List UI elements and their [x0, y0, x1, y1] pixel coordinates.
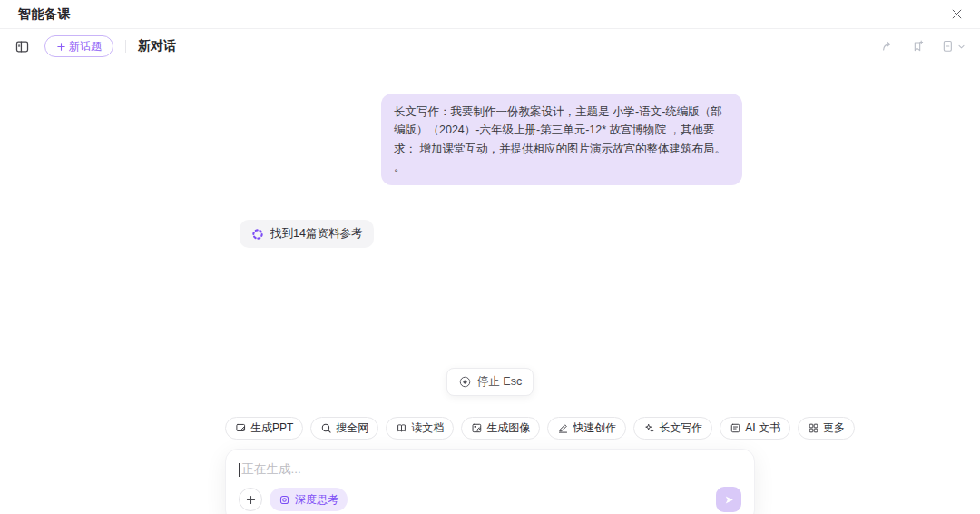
- action-web-search[interactable]: 搜全网: [310, 417, 378, 440]
- plus-icon: [245, 494, 257, 506]
- bookmark-button[interactable]: [909, 37, 927, 55]
- conversation-title: 新对话: [138, 38, 176, 54]
- input-placeholder: 正在生成...: [242, 461, 301, 478]
- send-button[interactable]: [716, 487, 741, 512]
- share-icon: [881, 39, 896, 54]
- sparkle-icon: [643, 422, 655, 434]
- stop-label: 停止 Esc: [477, 374, 522, 390]
- ai-doc-icon: [730, 422, 741, 434]
- action-generate-ppt[interactable]: 生成PPT: [225, 417, 303, 440]
- close-button[interactable]: [948, 5, 965, 23]
- plus-icon: [56, 42, 66, 52]
- app-header: 智能备课: [0, 0, 980, 29]
- grid-icon: [808, 422, 819, 434]
- share-button[interactable]: [879, 37, 897, 55]
- user-message-bubble: 长文写作：我要制作一份教案设计，主题是 小学-语文-统编版（部编版）（2024）…: [381, 94, 742, 185]
- stop-generation-button[interactable]: 停止 Esc: [446, 368, 534, 396]
- reference-status-label: 找到14篇资料参考: [270, 226, 362, 242]
- new-topic-button[interactable]: 新话题: [44, 35, 113, 57]
- reference-status-chip[interactable]: 找到14篇资料参考: [240, 220, 374, 248]
- image-icon: [471, 422, 483, 434]
- deep-think-icon: [279, 494, 290, 506]
- sidebar-toggle-button[interactable]: [13, 37, 32, 56]
- pen-icon: [557, 422, 569, 434]
- action-quick-create[interactable]: 快速创作: [547, 417, 626, 440]
- action-ai-document[interactable]: AI 文书: [720, 417, 790, 440]
- new-topic-label: 新话题: [69, 39, 102, 54]
- read-doc-icon: [396, 422, 407, 434]
- stop-record-icon: [458, 375, 472, 389]
- send-icon: [722, 493, 736, 507]
- close-icon: [950, 7, 964, 21]
- quick-actions-bar: 生成PPT 搜全网 读文档 生成图像 快速创作: [225, 417, 755, 440]
- text-caret: [239, 463, 240, 477]
- page-title: 智能备课: [18, 6, 71, 23]
- action-read-doc[interactable]: 读文档: [386, 417, 454, 440]
- divider: [125, 40, 126, 53]
- bookmark-plus-icon: [911, 39, 926, 54]
- action-generate-image[interactable]: 生成图像: [461, 417, 540, 440]
- action-more[interactable]: 更多: [798, 417, 855, 440]
- chat-area: 长文写作：我要制作一份教案设计，主题是 小学-语文-统编版（部编版）（2024）…: [225, 94, 755, 514]
- action-long-writing[interactable]: 长文写作: [633, 417, 712, 440]
- loading-spinner-icon: [251, 228, 264, 241]
- chevron-down-icon: [957, 43, 965, 51]
- attach-button[interactable]: [239, 488, 262, 511]
- composer: 正在生成... 深度思考: [225, 449, 755, 514]
- web-search-icon: [320, 422, 332, 434]
- deep-think-toggle[interactable]: 深度思考: [270, 488, 348, 511]
- message-input[interactable]: 正在生成...: [239, 461, 741, 478]
- ppt-icon: [235, 422, 247, 434]
- conversation-toolbar: 新话题 新对话: [0, 29, 980, 64]
- sidebar-panel-icon: [15, 39, 30, 54]
- file-icon: [941, 39, 956, 54]
- deep-think-label: 深度思考: [295, 492, 338, 508]
- export-doc-button[interactable]: [939, 37, 967, 55]
